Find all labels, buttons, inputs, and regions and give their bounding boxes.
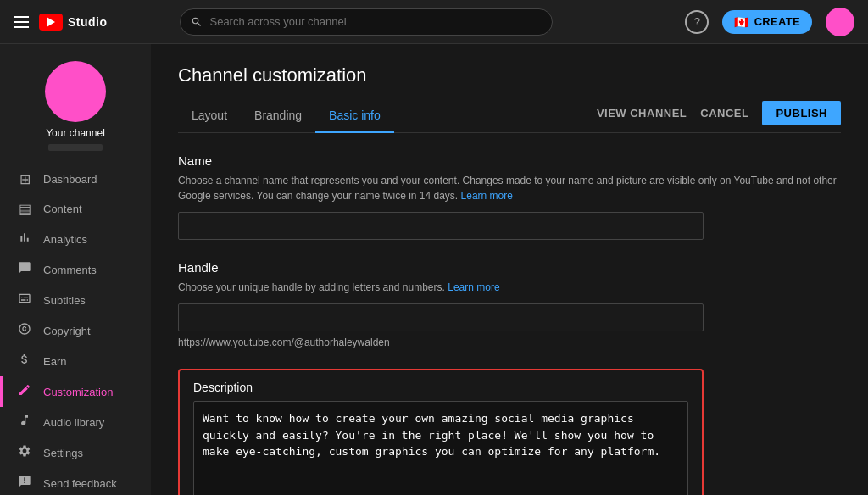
sidebar-item-analytics[interactable]: Analytics: [0, 224, 151, 254]
customization-icon: [16, 383, 33, 400]
handle-learn-more-link[interactable]: Learn more: [448, 281, 499, 293]
search-icon: [191, 16, 203, 28]
logo: Studio: [39, 14, 108, 31]
sidebar-item-label: Dashboard: [43, 173, 97, 186]
avatar[interactable]: [826, 8, 854, 36]
channel-avatar[interactable]: [45, 61, 106, 122]
copyright-icon: [16, 322, 33, 339]
channel-info: Your channel: [0, 51, 151, 158]
youtube-icon: [39, 14, 63, 31]
sidebar-item-label: Copyright: [43, 325, 91, 337]
sidebar-item-audio-library[interactable]: Audio library: [0, 407, 151, 437]
sidebar-item-label: Analytics: [43, 233, 87, 246]
sidebar-item-earn[interactable]: Earn: [0, 346, 151, 376]
search-bar[interactable]: [180, 8, 553, 36]
tab-branding[interactable]: Branding: [241, 100, 315, 133]
sidebar-item-label: Customization: [43, 386, 113, 398]
content-icon: ▤: [16, 201, 33, 217]
sidebar-item-label: Settings: [43, 447, 83, 459]
earn-icon: [16, 353, 33, 370]
sidebar-item-comments[interactable]: Comments: [0, 254, 151, 285]
studio-label: Studio: [68, 15, 108, 29]
cancel-button[interactable]: CANCEL: [700, 107, 748, 120]
handle-input[interactable]: [178, 303, 704, 331]
sidebar-item-copyright[interactable]: Copyright: [0, 315, 151, 346]
description-label: Description: [193, 381, 688, 394]
subtitles-icon: [16, 292, 33, 309]
settings-icon: [16, 444, 33, 461]
dashboard-icon: ⊞: [16, 171, 33, 187]
sidebar: Your channel ⊞ Dashboard ▤ Content Analy…: [0, 44, 151, 495]
sidebar-item-content[interactable]: ▤ Content: [0, 194, 151, 224]
sidebar-item-label: Send feedback: [43, 477, 117, 490]
channel-name-bar: [48, 144, 103, 151]
tab-basic-info[interactable]: Basic info: [315, 100, 394, 133]
sidebar-nav: ⊞ Dashboard ▤ Content Analytics Comments: [0, 164, 151, 437]
publish-button[interactable]: PUBLISH: [762, 101, 841, 125]
send-feedback-icon: [16, 475, 33, 492]
audio-library-icon: [16, 414, 33, 431]
description-textarea[interactable]: [193, 401, 688, 495]
tab-layout[interactable]: Layout: [178, 100, 241, 133]
sidebar-item-label: Subtitles: [43, 294, 86, 307]
sidebar-item-customization[interactable]: Customization: [0, 376, 151, 407]
name-section-desc: Choose a channel name that represents yo…: [178, 173, 841, 203]
sidebar-item-dashboard[interactable]: ⊞ Dashboard: [0, 164, 151, 194]
topbar-right: ? 🇨🇦 CREATE: [685, 8, 854, 36]
menu-button[interactable]: [14, 16, 29, 28]
sidebar-item-subtitles[interactable]: Subtitles: [0, 285, 151, 315]
handle-section-title: Handle: [178, 260, 841, 275]
search-input[interactable]: [209, 15, 542, 28]
channel-name-label: Your channel: [46, 127, 105, 139]
flag-icon: 🇨🇦: [734, 15, 748, 29]
sidebar-item-send-feedback[interactable]: Send feedback: [0, 468, 151, 495]
sidebar-item-label: Comments: [43, 264, 97, 276]
sidebar-item-label: Audio library: [43, 416, 104, 429]
page-title: Channel customization: [178, 64, 841, 86]
sidebar-item-label: Earn: [43, 355, 66, 368]
help-button[interactable]: ?: [685, 10, 709, 34]
name-input[interactable]: [178, 212, 704, 240]
analytics-icon: [16, 231, 33, 248]
content-area: Channel customization Layout Branding Ba…: [151, 44, 868, 495]
topbar-left: Studio: [14, 14, 108, 31]
handle-url: https://www.youtube.com/@authorhaleywald…: [178, 336, 841, 348]
description-section: Description + ADD LANGUAGE: [178, 369, 704, 495]
sidebar-item-settings[interactable]: Settings: [0, 437, 151, 468]
name-learn-more-link[interactable]: Learn more: [461, 190, 513, 202]
create-button[interactable]: 🇨🇦 CREATE: [722, 10, 812, 34]
handle-section-desc: Choose your unique handle by adding lett…: [178, 280, 841, 295]
tabs-row: Layout Branding Basic info VIEW CHANNEL …: [178, 100, 841, 133]
create-label: CREATE: [754, 15, 800, 28]
name-section-title: Name: [178, 153, 841, 168]
handle-section: Handle Choose your unique handle by addi…: [178, 260, 841, 348]
main-layout: Your channel ⊞ Dashboard ▤ Content Analy…: [0, 44, 868, 495]
comments-icon: [16, 261, 33, 278]
sidebar-item-label: Content: [43, 203, 82, 215]
sidebar-bottom: Settings Send feedback: [0, 437, 151, 495]
view-channel-button[interactable]: VIEW CHANNEL: [597, 107, 687, 120]
tabs-actions: VIEW CHANNEL CANCEL PUBLISH: [597, 101, 841, 132]
name-section: Name Choose a channel name that represen…: [178, 153, 841, 240]
topbar: Studio ? 🇨🇦 CREATE: [0, 0, 868, 44]
